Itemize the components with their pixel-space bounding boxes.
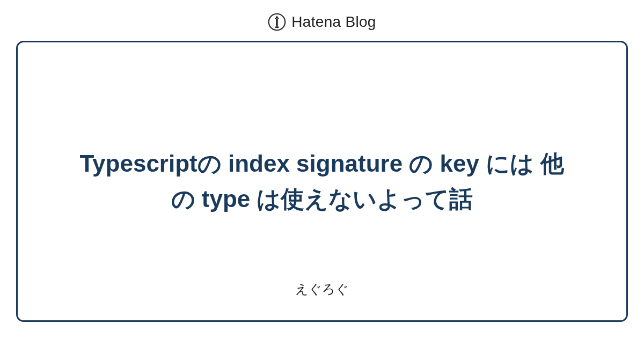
brand-name: Hatena Blog [291,13,376,31]
brand-header: Hatena Blog [0,0,644,41]
blog-name: えぐろぐ [295,281,349,298]
hatena-logo-icon [268,13,286,31]
article-card: Typescriptの index signature の key には 他の … [16,41,628,322]
article-title: Typescriptの index signature の key には 他の … [75,146,569,217]
